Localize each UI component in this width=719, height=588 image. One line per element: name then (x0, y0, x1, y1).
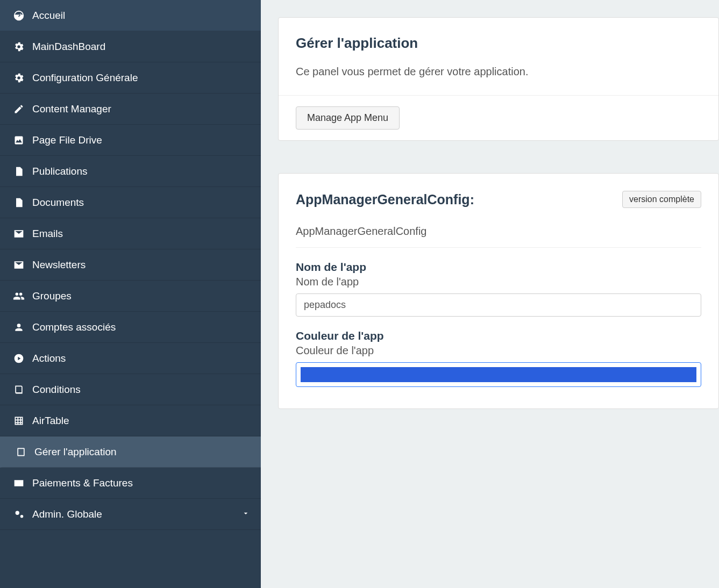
sidebar-item-content-manager[interactable]: Content Manager (0, 94, 261, 125)
chevron-down-icon (241, 509, 250, 519)
user-icon (11, 322, 27, 333)
table-icon (11, 415, 27, 426)
field-desc: Couleur de l'app (296, 345, 701, 357)
sidebar-item-label: Content Manager (32, 103, 250, 115)
play-icon (11, 353, 27, 364)
panel-title: Gérer l'application (296, 35, 701, 52)
config-subtitle: AppManagerGeneralConfig (279, 221, 718, 247)
sidebar-item-emails[interactable]: Emails (0, 218, 261, 249)
dashboard-icon (11, 10, 27, 21)
doc-icon (11, 197, 27, 208)
sidebar-item-publications[interactable]: Publications (0, 156, 261, 187)
gear-icon (11, 72, 27, 84)
envelope-icon (11, 228, 27, 239)
tablet-icon (13, 447, 29, 457)
sidebar-item-label: Publications (32, 166, 250, 177)
panel-lead: Ce panel vous permet de gérer votre appl… (296, 66, 701, 78)
app-color-input[interactable] (296, 362, 701, 387)
full-version-button[interactable]: version complète (622, 191, 701, 208)
card-icon (11, 478, 27, 489)
sidebar-item-label: MainDashBoard (32, 41, 250, 53)
doc-lines-icon (11, 166, 27, 177)
field-desc: Nom de l'app (296, 276, 701, 288)
app-color-field-group: Couleur de l'app Couleur de l'app (279, 317, 718, 387)
sidebar-item-airtable[interactable]: AirTable (0, 405, 261, 436)
sidebar-item-label: Paiements & Factures (32, 477, 250, 489)
sidebar-item-admin-globale[interactable]: Admin. Globale (0, 499, 261, 530)
sidebar-item-label: Newsletters (32, 259, 250, 271)
sidebar: Accueil MainDashBoard Configuration Géné… (0, 0, 261, 588)
app-config-panel: AppManagerGeneralConfig: version complèt… (278, 173, 719, 409)
sidebar-item-label: Groupes (32, 290, 250, 302)
sidebar-item-label: Conditions (32, 384, 250, 396)
field-title: Nom de l'app (296, 261, 701, 274)
sidebar-item-newsletters[interactable]: Newsletters (0, 249, 261, 281)
users-icon (11, 290, 27, 302)
field-title: Couleur de l'app (296, 329, 701, 342)
sidebar-item-label: Documents (32, 197, 250, 209)
image-icon (11, 135, 27, 146)
envelope-icon (11, 260, 27, 270)
manage-app-panel: Gérer l'application Ce panel vous permet… (278, 17, 719, 141)
app-name-field-group: Nom de l'app Nom de l'app (279, 248, 718, 317)
sidebar-item-label: Actions (32, 353, 250, 364)
sidebar-item-comptes-associes[interactable]: Comptes associés (0, 312, 261, 343)
config-title: AppManagerGeneralConfig: (296, 192, 474, 207)
sidebar-item-label: Comptes associés (32, 321, 250, 333)
sidebar-item-gerer-application[interactable]: Gérer l'application (0, 436, 261, 468)
sidebar-item-actions[interactable]: Actions (0, 343, 261, 374)
sidebar-item-maindashboard[interactable]: MainDashBoard (0, 31, 261, 62)
sidebar-item-label: Admin. Globale (32, 508, 241, 520)
manage-app-menu-button[interactable]: Manage App Menu (296, 106, 400, 130)
sidebar-item-label: Emails (32, 228, 250, 240)
sidebar-item-label: AirTable (32, 415, 250, 427)
sidebar-item-groupes[interactable]: Groupes (0, 281, 261, 312)
gears-icon (11, 508, 27, 520)
sidebar-item-documents[interactable]: Documents (0, 187, 261, 218)
sidebar-item-label: Accueil (32, 10, 250, 21)
sidebar-item-config-generale[interactable]: Configuration Générale (0, 62, 261, 94)
sidebar-item-accueil[interactable]: Accueil (0, 0, 261, 31)
color-swatch (301, 367, 696, 382)
sidebar-item-page-file-drive[interactable]: Page File Drive (0, 125, 261, 156)
main-content: Gérer l'application Ce panel vous permet… (261, 0, 719, 588)
sidebar-item-label: Gérer l'application (34, 446, 250, 458)
gear-icon (11, 41, 27, 53)
sidebar-item-conditions[interactable]: Conditions (0, 374, 261, 405)
sidebar-item-label: Page File Drive (32, 134, 250, 146)
sidebar-item-paiements-factures[interactable]: Paiements & Factures (0, 468, 261, 499)
sidebar-item-label: Configuration Générale (32, 72, 250, 84)
app-name-input[interactable] (296, 293, 701, 317)
pencil-icon (11, 104, 27, 114)
book-icon (11, 384, 27, 395)
